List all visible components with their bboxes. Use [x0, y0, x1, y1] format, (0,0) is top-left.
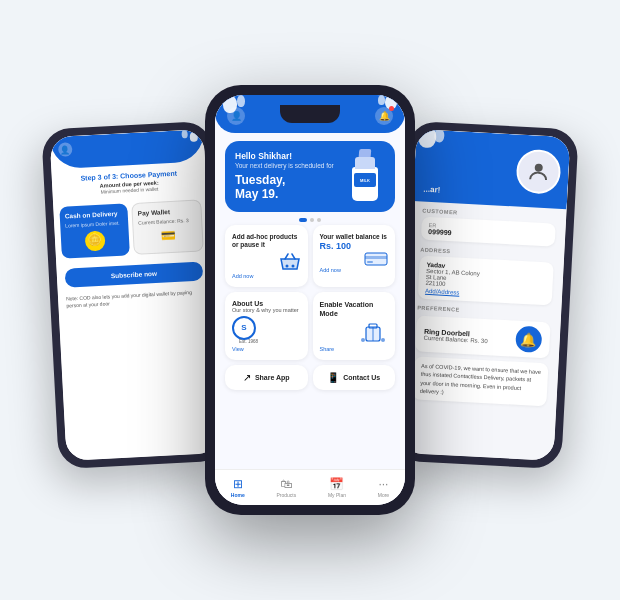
milk-body: MILK — [352, 167, 378, 201]
blob-deco-1 — [190, 132, 199, 142]
basket-icon — [279, 253, 301, 271]
svg-point-9 — [361, 338, 365, 342]
milk-top — [355, 157, 375, 169]
vacation-link[interactable]: Share — [320, 346, 389, 352]
milk-label-text: MILK — [360, 178, 370, 183]
share-label: Share App — [255, 374, 290, 381]
adhoc-card[interactable]: Add ad-hoc products or pause it — [225, 225, 308, 287]
milk-label: MILK — [354, 173, 376, 187]
right-header: ...ar! — [413, 129, 571, 209]
products-icon: 🛍 — [280, 477, 292, 491]
home-icon: ⊞ — [233, 477, 243, 491]
phone-left-screen: 👤 Step 3 of 3: Choose Payment Amount due… — [50, 129, 221, 461]
phone-left: 👤 Step 3 of 3: Choose Payment Amount due… — [41, 121, 229, 469]
covid-text: As of COVID-19, we want to ensure that w… — [420, 362, 542, 401]
hero-greeting: Hello Shikhar! — [235, 151, 334, 161]
milk-spout — [359, 149, 372, 157]
phone-center: 👤 🔔 Hello Shikhar! Your next delivery is… — [205, 85, 415, 515]
left-screen-content: 👤 Step 3 of 3: Choose Payment Amount due… — [50, 129, 221, 461]
coin-icon: 🪙 — [85, 230, 106, 251]
center-blob-1 — [223, 95, 237, 113]
carousel-dots — [215, 218, 405, 222]
right-name-area: ...ar! — [423, 185, 440, 195]
plan-icon: 📅 — [329, 477, 344, 491]
phone-center-screen: 👤 🔔 Hello Shikhar! Your next delivery is… — [215, 95, 405, 505]
svg-point-2 — [291, 264, 294, 267]
bell-badge — [389, 106, 394, 111]
center-screen-content: 👤 🔔 Hello Shikhar! Your next delivery is… — [215, 95, 405, 505]
hero-card: Hello Shikhar! Your next delivery is sch… — [225, 141, 395, 212]
note-text: Note: COD also lets you add your digital… — [58, 284, 213, 315]
hero-text: Hello Shikhar! Your next delivery is sch… — [235, 151, 334, 202]
svg-point-0 — [535, 163, 543, 171]
about-title: About Us — [232, 300, 301, 307]
blob-deco-2 — [181, 130, 187, 138]
wallet-link[interactable]: Add now — [320, 267, 389, 273]
pay-card[interactable]: Pay Wallet Current Balance: Rs. 3 💳 — [131, 200, 204, 255]
hero-date: Tuesday,May 19. — [235, 173, 334, 202]
about-circle-icon: S Est. 1968 — [232, 316, 256, 340]
address-section: ADDRESS Yadav Sector 1, AB Colony St Lan… — [408, 241, 565, 308]
svg-rect-4 — [365, 256, 387, 259]
left-header-blob: 👤 — [50, 129, 205, 169]
nav-products[interactable]: 🛍 Products — [276, 477, 296, 498]
pref-label: PREFERENCE — [417, 304, 551, 317]
contact-label: Contact Us — [343, 374, 380, 381]
center-blob-2 — [237, 95, 245, 107]
person-icon — [526, 159, 551, 184]
share-button[interactable]: ↗ Share App — [225, 365, 308, 390]
nav-more[interactable]: ··· More — [378, 477, 389, 498]
phone-right: ...ar! CUSTOMER ER 099999 ADDRESS Yadav — [391, 121, 579, 469]
wallet-card[interactable]: Your wallet balance is Rs. 100 Add now — [313, 225, 396, 287]
nav-plan[interactable]: 📅 My Plan — [328, 477, 346, 498]
whatsapp-icon: 📱 — [327, 372, 339, 383]
wallet-amount: Rs. 100 — [320, 241, 389, 251]
center-bell-icon[interactable]: 🔔 — [375, 107, 393, 125]
right-avatar — [515, 149, 561, 195]
svg-point-1 — [285, 264, 288, 267]
payment-cards: Cash on Delivery Lorem ipsum Doler imet.… — [53, 193, 210, 264]
svg-point-10 — [381, 338, 385, 342]
credit-card-icon — [364, 251, 388, 267]
about-link[interactable]: View — [232, 346, 301, 352]
ring-text: Ring Doorbell Current Balance: Rs. 30 — [424, 327, 489, 343]
phone-right-screen: ...ar! CUSTOMER ER 099999 ADDRESS Yadav — [400, 129, 571, 461]
vacation-icon — [358, 321, 388, 343]
right-greeting: ...ar! — [423, 185, 440, 195]
more-icon: ··· — [378, 477, 388, 491]
contact-button[interactable]: 📱 Contact Us — [313, 365, 396, 390]
wallet-icon: 💳 — [139, 226, 198, 243]
right-blob-2 — [434, 129, 445, 142]
action-buttons: ↗ Share App 📱 Contact Us — [215, 360, 405, 395]
about-sub: Our story & why you matter — [232, 307, 301, 313]
center-blob-4 — [378, 95, 385, 105]
adhoc-title: Add ad-hoc products or pause it — [232, 233, 301, 250]
dot-active — [299, 218, 307, 222]
about-est: Est. 1968 — [239, 339, 258, 344]
milk-carton: MILK — [347, 151, 385, 201]
cash-card[interactable]: Cash on Delivery Lorem ipsum Doler imet.… — [59, 203, 130, 258]
nav-home[interactable]: ⊞ Home — [231, 477, 245, 498]
vacation-card[interactable]: Enable Vacation Mode Share — [313, 292, 396, 360]
grid-row-1: Add ad-hoc products or pause it — [215, 225, 405, 287]
ring-icon: 🔔 — [515, 326, 542, 353]
adhoc-link[interactable]: Add now — [232, 273, 301, 279]
center-notch — [280, 105, 340, 123]
vacation-title: Enable Vacation Mode — [320, 300, 389, 318]
about-card[interactable]: About Us Our story & why you matter S Es… — [225, 292, 308, 360]
covid-card: As of COVID-19, we want to ensure that w… — [412, 356, 548, 406]
left-user-icon: 👤 — [58, 142, 73, 157]
share-icon: ↗ — [243, 372, 251, 383]
ring-card: Ring Doorbell Current Balance: Rs. 30 🔔 — [415, 315, 551, 358]
svg-rect-5 — [367, 261, 373, 263]
phones-container: 👤 Step 3 of 3: Choose Payment Amount due… — [20, 15, 600, 585]
nav-more-label: More — [378, 492, 389, 498]
subscribe-button[interactable]: Subscribe now — [64, 261, 203, 287]
nav-products-label: Products — [276, 492, 296, 498]
dot-3 — [317, 218, 321, 222]
grid-row-2: About Us Our story & why you matter S Es… — [215, 292, 405, 360]
address-card: Yadav Sector 1, AB Colony St Lane 221100… — [418, 256, 554, 306]
hero-sub: Your next delivery is scheduled for — [235, 162, 334, 169]
right-screen-content: ...ar! CUSTOMER ER 099999 ADDRESS Yadav — [400, 129, 571, 461]
bottom-nav: ⊞ Home 🛍 Products 📅 My Plan ··· More — [215, 469, 405, 505]
